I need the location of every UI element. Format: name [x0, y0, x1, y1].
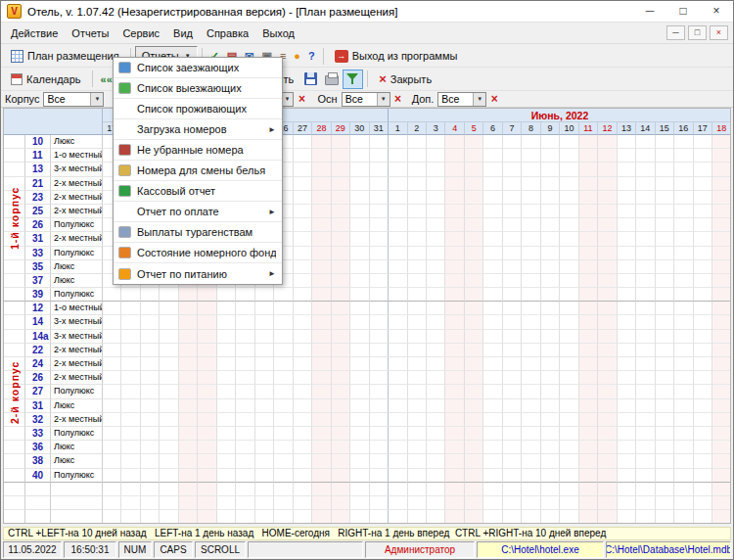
plan-cell[interactable] — [483, 135, 502, 149]
plan-cell[interactable] — [674, 454, 693, 468]
plan-cell[interactable] — [483, 163, 502, 176]
plan-cell[interactable] — [389, 315, 407, 329]
plan-cell[interactable] — [255, 441, 274, 454]
plan-cell[interactable] — [483, 232, 502, 246]
plan-cell[interactable] — [103, 483, 121, 496]
plan-cell[interactable] — [121, 469, 140, 483]
plan-cell[interactable] — [465, 191, 483, 205]
plan-cell[interactable] — [694, 191, 712, 205]
plan-cell[interactable] — [217, 413, 236, 427]
plan-cell[interactable] — [141, 344, 160, 357]
plan-cell[interactable] — [579, 135, 598, 149]
plan-cell[interactable] — [445, 302, 464, 315]
plan-cell[interactable] — [541, 274, 560, 288]
plan-cell[interactable] — [541, 260, 560, 274]
plan-cell[interactable] — [179, 427, 198, 441]
plan-cell[interactable] — [179, 371, 198, 385]
plan-cell[interactable] — [103, 344, 121, 357]
plan-cell[interactable] — [179, 357, 198, 371]
plan-cell[interactable] — [427, 274, 445, 288]
plan-cell[interactable] — [408, 191, 427, 205]
plan-cell[interactable] — [712, 330, 731, 344]
plan-cell[interactable] — [103, 315, 121, 329]
plan-cell[interactable] — [674, 483, 693, 496]
plan-cell[interactable] — [445, 496, 464, 510]
plan-cell[interactable] — [294, 218, 312, 232]
plan-cell[interactable] — [503, 454, 522, 468]
plan-cell[interactable] — [560, 218, 578, 232]
plan-cell[interactable] — [656, 191, 674, 205]
plan-cell[interactable] — [541, 302, 560, 315]
plan-cell[interactable] — [255, 302, 274, 315]
plan-cell[interactable] — [560, 247, 578, 260]
plan-cell[interactable] — [618, 274, 636, 288]
plan-cell[interactable] — [350, 218, 369, 232]
plan-cell[interactable] — [636, 135, 655, 149]
plan-cell[interactable] — [198, 357, 216, 371]
plan-cell[interactable] — [332, 288, 350, 302]
plan-cell[interactable] — [312, 454, 331, 468]
plan-cell[interactable] — [121, 454, 140, 468]
plan-cell[interactable] — [522, 274, 540, 288]
plan-cell[interactable] — [160, 413, 178, 427]
plan-cell[interactable] — [674, 218, 693, 232]
plan-cell[interactable] — [560, 344, 578, 357]
plan-cell[interactable] — [160, 441, 178, 454]
plan-cell[interactable] — [598, 510, 617, 524]
close-plan-button[interactable]: × Закрыть — [372, 70, 438, 89]
plan-cell[interactable] — [541, 454, 560, 468]
plan-cell[interactable] — [636, 302, 655, 315]
plan-cell[interactable] — [656, 274, 674, 288]
plan-cell[interactable] — [408, 302, 427, 315]
plan-cell[interactable] — [408, 149, 427, 163]
plan-cell[interactable] — [294, 413, 312, 427]
plan-cell[interactable] — [121, 288, 140, 302]
plan-cell[interactable] — [408, 330, 427, 344]
plan-cell[interactable] — [465, 496, 483, 510]
plan-cell[interactable] — [121, 510, 140, 524]
plan-cell[interactable] — [579, 149, 598, 163]
plan-cell[interactable] — [350, 247, 369, 260]
plan-cell[interactable] — [294, 205, 312, 218]
plan-cell[interactable] — [294, 149, 312, 163]
plan-cell[interactable] — [370, 260, 389, 274]
plan-cell[interactable] — [427, 205, 445, 218]
plan-cell[interactable] — [350, 483, 369, 496]
plan-cell[interactable] — [427, 177, 445, 191]
plan-cell[interactable] — [656, 205, 674, 218]
plan-cell[interactable] — [560, 163, 578, 176]
plan-cell[interactable] — [618, 218, 636, 232]
plan-cell[interactable] — [656, 427, 674, 441]
plan-cell[interactable] — [541, 496, 560, 510]
plan-cell[interactable] — [674, 344, 693, 357]
plan-cell[interactable] — [674, 260, 693, 274]
plan-cell[interactable] — [198, 483, 216, 496]
plan-cell[interactable] — [294, 232, 312, 246]
plan-cell[interactable] — [350, 149, 369, 163]
plan-cell[interactable] — [522, 371, 540, 385]
plan-cell[interactable] — [465, 288, 483, 302]
plan-cell[interactable] — [427, 260, 445, 274]
plan-cell[interactable] — [121, 441, 140, 454]
plan-cell[interactable] — [427, 163, 445, 176]
plan-cell[interactable] — [370, 344, 389, 357]
plan-cell[interactable] — [694, 357, 712, 371]
plan-cell[interactable] — [636, 413, 655, 427]
plan-cell[interactable] — [618, 330, 636, 344]
plan-cell[interactable] — [674, 288, 693, 302]
plan-cell[interactable] — [389, 385, 407, 398]
plan-cell[interactable] — [694, 385, 712, 398]
plan-cell[interactable] — [618, 288, 636, 302]
plan-cell[interactable] — [541, 413, 560, 427]
plan-cell[interactable] — [503, 205, 522, 218]
plan-cell[interactable] — [427, 385, 445, 398]
plan-cell[interactable] — [427, 427, 445, 441]
plan-cell[interactable] — [522, 205, 540, 218]
plan-cell[interactable] — [312, 260, 331, 274]
plan-cell[interactable] — [217, 357, 236, 371]
plan-cell[interactable] — [294, 260, 312, 274]
plan-cell[interactable] — [618, 510, 636, 524]
plan-cell[interactable] — [483, 205, 502, 218]
plan-cell[interactable] — [522, 149, 540, 163]
plan-cell[interactable] — [370, 302, 389, 315]
